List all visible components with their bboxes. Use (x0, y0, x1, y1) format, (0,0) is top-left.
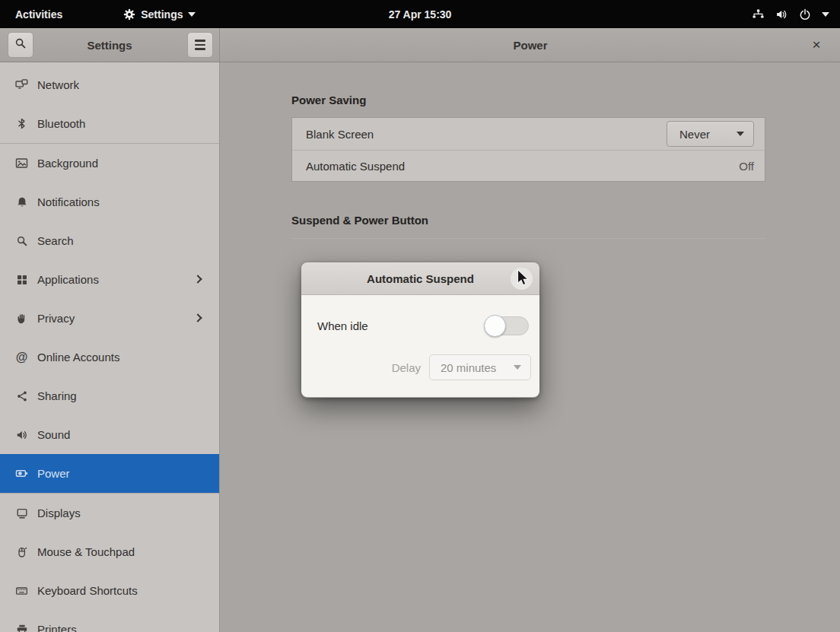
power-icon (799, 8, 811, 21)
when-idle-row: When idle (317, 315, 529, 336)
sidebar-item-label: Bluetooth (37, 117, 85, 130)
section-title-power-saving: Power Saving (291, 94, 765, 106)
background-icon (15, 157, 28, 170)
hamburger-icon (195, 40, 205, 49)
automatic-suspend-row[interactable]: Automatic Suspend Off (292, 150, 765, 182)
sidebar-item-label: Online Accounts (37, 351, 119, 364)
sidebar-item-applications[interactable]: Applications (0, 260, 219, 299)
sidebar-item-label: Search (37, 234, 74, 247)
sidebar-item-label: Network (37, 78, 79, 91)
sidebar-item-label: Sound (37, 428, 70, 441)
sidebar-item-keyboard-shortcuts[interactable]: Keyboard Shortcuts (0, 571, 219, 610)
privacy-hand-icon (15, 312, 28, 325)
when-idle-toggle[interactable] (485, 316, 529, 335)
dropdown-arrow-icon (514, 365, 521, 370)
automatic-suspend-dialog: Automatic Suspend × When idle Delay 20 m… (301, 262, 539, 398)
clock[interactable]: 27 Apr 15:30 (389, 0, 452, 28)
sidebar-item-notifications[interactable]: Notifications (0, 183, 219, 221)
sidebar-item-displays[interactable]: Displays (0, 494, 219, 532)
automatic-suspend-label: Automatic Suspend (306, 160, 405, 173)
chevron-right-icon (193, 275, 202, 283)
keyboard-icon (15, 584, 28, 597)
automatic-suspend-status: Off (739, 160, 754, 173)
dropdown-arrow-icon (822, 12, 829, 17)
sidebar-item-label: Keyboard Shortcuts (37, 584, 138, 597)
sidebar-title: Settings (0, 28, 219, 62)
sidebar-item-label: Printers (37, 623, 77, 632)
dropdown-arrow-icon (188, 12, 196, 17)
sidebar-item-search[interactable]: Search (0, 221, 219, 260)
hamburger-menu-button[interactable] (187, 32, 213, 58)
notifications-icon (15, 195, 28, 208)
mouse-icon (15, 545, 28, 558)
settings-sidebar: Network Bluetooth Background Notificatio… (0, 62, 220, 632)
sharing-icon (15, 389, 28, 402)
section-title-suspend-power-button: Suspend & Power Button (291, 214, 765, 227)
applications-icon (15, 273, 28, 286)
sidebar-item-label: Sharing (37, 389, 77, 402)
page-headerbar: Power × (221, 28, 840, 62)
wired-network-icon (752, 8, 765, 21)
app-menu-label: Settings (141, 8, 183, 21)
headerbar: Settings Power × (0, 28, 840, 62)
app-menu-button[interactable]: Settings (119, 5, 200, 24)
volume-icon (775, 8, 788, 21)
dropdown-arrow-icon (737, 132, 744, 136)
when-idle-label: When idle (317, 319, 368, 332)
mouse-cursor (514, 268, 532, 288)
list-top-border (291, 238, 765, 239)
network-icon (15, 78, 28, 91)
blank-screen-value: Never (679, 128, 710, 141)
delay-row: Delay 20 minutes (392, 354, 531, 380)
blank-screen-label: Blank Screen (306, 128, 374, 141)
delay-label: Delay (392, 361, 421, 374)
activities-button[interactable]: Activities (11, 5, 67, 24)
sidebar-item-sharing[interactable]: Sharing (0, 376, 219, 415)
sidebar-item-privacy[interactable]: Privacy (0, 299, 219, 338)
window-close-button[interactable]: × (805, 28, 828, 62)
displays-icon (15, 507, 28, 519)
blank-screen-dropdown[interactable]: Never (667, 121, 754, 147)
sidebar-item-label: Notifications (37, 195, 100, 208)
sidebar-item-online-accounts[interactable]: @ Online Accounts (0, 338, 219, 376)
dialog-titlebar: Automatic Suspend × (301, 262, 539, 295)
sidebar-item-label: Background (37, 157, 98, 170)
chevron-right-icon (193, 313, 202, 322)
sidebar-item-power[interactable]: Power (0, 454, 219, 493)
bluetooth-icon (15, 117, 28, 130)
system-status-area[interactable] (752, 0, 829, 28)
printer-icon (15, 623, 28, 632)
dialog-body: When idle Delay 20 minutes (301, 295, 539, 397)
delay-dropdown[interactable]: 20 minutes (429, 354, 531, 380)
sidebar-item-background[interactable]: Background (0, 144, 219, 183)
battery-icon (15, 467, 28, 480)
sidebar-item-label: Privacy (37, 312, 75, 325)
sidebar-item-mouse-touchpad[interactable]: Mouse & Touchpad (0, 532, 219, 571)
blank-screen-row: Blank Screen Never (292, 118, 765, 150)
sidebar-headerbar: Settings (0, 28, 220, 62)
sidebar-item-sound[interactable]: Sound (0, 415, 219, 454)
sidebar-item-label: Displays (37, 507, 81, 519)
sidebar-item-printers[interactable]: Printers (0, 610, 219, 632)
sidebar-item-label: Mouse & Touchpad (37, 545, 135, 558)
delay-value: 20 minutes (441, 361, 496, 374)
top-panel: Activities Settings 27 Apr 15:30 (0, 0, 840, 28)
sound-icon (15, 428, 28, 441)
gear-icon (123, 8, 135, 21)
gnome-desktop: Activities Settings 27 Apr 15:30 (0, 0, 840, 632)
sidebar-item-bluetooth[interactable]: Bluetooth (0, 104, 219, 143)
search-icon (15, 234, 28, 247)
online-accounts-icon: @ (15, 351, 28, 364)
sidebar-item-label: Applications (37, 273, 99, 286)
power-saving-list: Blank Screen Never Automatic Suspend Off (291, 117, 765, 182)
sidebar-item-network[interactable]: Network (0, 65, 219, 104)
sidebar-item-label: Power (37, 467, 70, 480)
page-title: Power (221, 28, 840, 62)
dialog-title: Automatic Suspend (367, 272, 474, 285)
toggle-knob (484, 315, 506, 337)
